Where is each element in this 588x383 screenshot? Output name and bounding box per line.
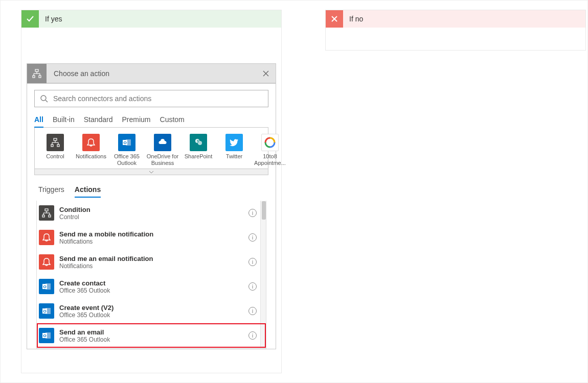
expander-toggle[interactable] bbox=[35, 169, 268, 175]
svg-point-7 bbox=[41, 95, 46, 101]
connector-onedrive[interactable]: OneDrive for Business bbox=[145, 134, 180, 166]
action-subtitle: Office 365 Outlook bbox=[59, 312, 248, 319]
checkmark-icon bbox=[21, 10, 39, 28]
svg-rect-24 bbox=[45, 209, 48, 211]
notif-icon bbox=[39, 230, 54, 245]
outlook-icon: O bbox=[39, 303, 54, 319]
action-text: Send me an email notificationNotificatio… bbox=[59, 255, 248, 270]
dialog-body: AllBuilt-inStandardPremiumCustom Control… bbox=[27, 83, 276, 349]
action-text: Send an emailOffice 365 Outlook bbox=[59, 328, 248, 343]
branch-yes-label: If yes bbox=[45, 15, 62, 23]
result-tabs: TriggersActions bbox=[34, 175, 268, 198]
svg-rect-30 bbox=[49, 215, 51, 217]
control-icon bbox=[47, 134, 64, 151]
outlook-icon: O bbox=[118, 134, 135, 151]
result-tab-actions[interactable]: Actions bbox=[75, 185, 101, 198]
svg-rect-5 bbox=[33, 76, 35, 78]
onedrive-icon bbox=[154, 134, 171, 151]
action-title: Create event (V2) bbox=[59, 304, 248, 312]
category-tab-custom[interactable]: Custom bbox=[160, 112, 185, 128]
svg-rect-15 bbox=[57, 145, 59, 147]
svg-rect-14 bbox=[51, 145, 53, 147]
connector-label: 10to8 Appointme... bbox=[252, 153, 288, 166]
notif-icon bbox=[39, 254, 54, 270]
search-box[interactable] bbox=[34, 90, 268, 107]
svg-rect-0 bbox=[35, 69, 38, 71]
svg-text:O: O bbox=[123, 140, 126, 145]
action-list: ConditionControliSend me a mobile notifi… bbox=[36, 201, 266, 349]
connector-outlook[interactable]: OOffice 365 Outlook bbox=[109, 134, 144, 166]
action-title: Send me an email notification bbox=[59, 255, 248, 262]
twitter-icon bbox=[225, 134, 243, 151]
action-text: Create event (V2)Office 365 Outlook bbox=[59, 304, 248, 319]
svg-text:S: S bbox=[197, 139, 199, 143]
info-icon[interactable]: i bbox=[248, 331, 257, 340]
action-item[interactable]: ConditionControli bbox=[37, 201, 266, 225]
action-item[interactable]: OCreate contactOffice 365 Outlooki bbox=[37, 274, 266, 299]
category-tab-built-in[interactable]: Built-in bbox=[53, 112, 75, 128]
control-flow-icon bbox=[27, 64, 47, 83]
info-icon[interactable]: i bbox=[248, 307, 257, 315]
choose-action-dialog: Choose an action AllBuilt-inStandardPrem… bbox=[27, 63, 276, 349]
connector-sharepoint[interactable]: SSharePoint bbox=[181, 134, 216, 166]
connector-label: Control bbox=[37, 153, 73, 160]
search-input[interactable] bbox=[52, 94, 263, 103]
close-button[interactable] bbox=[256, 64, 276, 83]
info-icon[interactable]: i bbox=[248, 282, 257, 291]
branch-no-header[interactable]: If no bbox=[326, 10, 585, 28]
action-item[interactable]: OSend an emailOffice 365 Outlooki bbox=[37, 323, 266, 348]
action-subtitle: Office 365 Outlook bbox=[59, 287, 248, 294]
flow-canvas: If yes bbox=[0, 0, 588, 383]
action-title: Condition bbox=[59, 206, 248, 213]
outlook-icon: O bbox=[39, 328, 54, 343]
action-item[interactable]: OCreate event (V2)Office 365 Outlooki bbox=[37, 299, 266, 323]
search-icon bbox=[40, 94, 48, 103]
svg-rect-29 bbox=[42, 215, 44, 217]
branch-yes-body: Choose an action AllBuilt-inStandardPrem… bbox=[21, 28, 281, 373]
tento8-icon bbox=[261, 134, 279, 151]
cross-icon bbox=[326, 10, 343, 28]
result-tab-triggers[interactable]: Triggers bbox=[38, 185, 64, 198]
action-title: Send me a mobile notification bbox=[59, 230, 248, 238]
connector-tento8[interactable]: 10to8 Appointme... bbox=[253, 134, 287, 166]
connector-twitter[interactable]: Twitter bbox=[217, 134, 252, 166]
svg-text:O: O bbox=[43, 284, 46, 289]
branch-no-label: If no bbox=[349, 15, 363, 23]
action-text: Create contactOffice 365 Outlook bbox=[59, 279, 248, 294]
action-item[interactable]: Send me an email notificationNotificatio… bbox=[37, 250, 266, 274]
sharepoint-icon: S bbox=[190, 134, 207, 151]
action-subtitle: Office 365 Outlook bbox=[59, 336, 248, 343]
info-icon[interactable]: i bbox=[248, 258, 257, 266]
connector-notif[interactable]: Notifications bbox=[74, 134, 108, 166]
connector-control[interactable]: Control bbox=[38, 134, 73, 166]
info-icon[interactable]: i bbox=[248, 209, 257, 217]
connector-label: Office 365 Outlook bbox=[109, 153, 145, 166]
connector-label: Notifications bbox=[73, 153, 109, 160]
branch-yes-header[interactable]: If yes bbox=[21, 10, 281, 28]
svg-line-8 bbox=[46, 100, 48, 102]
svg-rect-6 bbox=[39, 76, 41, 78]
svg-text:O: O bbox=[43, 333, 46, 338]
chevron-down-icon bbox=[149, 171, 154, 174]
branch-no: If no bbox=[325, 10, 586, 51]
svg-text:O: O bbox=[43, 309, 46, 314]
dialog-header: Choose an action bbox=[27, 64, 276, 83]
action-subtitle: Control bbox=[59, 213, 248, 221]
action-subtitle: Notifications bbox=[59, 238, 248, 245]
category-tab-standard[interactable]: Standard bbox=[84, 112, 113, 128]
close-icon bbox=[263, 70, 269, 77]
action-text: Send me a mobile notificationNotificatio… bbox=[59, 230, 248, 245]
action-text: ConditionControl bbox=[59, 206, 248, 221]
dialog-title: Choose an action bbox=[47, 69, 256, 78]
action-title: Send an email bbox=[59, 328, 248, 336]
branch-yes: If yes bbox=[21, 10, 282, 373]
outlook-icon: O bbox=[39, 279, 54, 294]
info-icon[interactable]: i bbox=[248, 233, 257, 242]
scrollbar-thumb[interactable] bbox=[262, 201, 266, 220]
category-tab-premium[interactable]: Premium bbox=[122, 112, 151, 128]
connectors-row: ControlNotificationsOOffice 365 OutlookO… bbox=[35, 128, 268, 169]
action-subtitle: Notifications bbox=[59, 262, 248, 270]
category-tab-all[interactable]: All bbox=[34, 112, 43, 128]
action-title: Create contact bbox=[59, 279, 248, 287]
action-item[interactable]: Send me a mobile notificationNotificatio… bbox=[37, 225, 266, 250]
